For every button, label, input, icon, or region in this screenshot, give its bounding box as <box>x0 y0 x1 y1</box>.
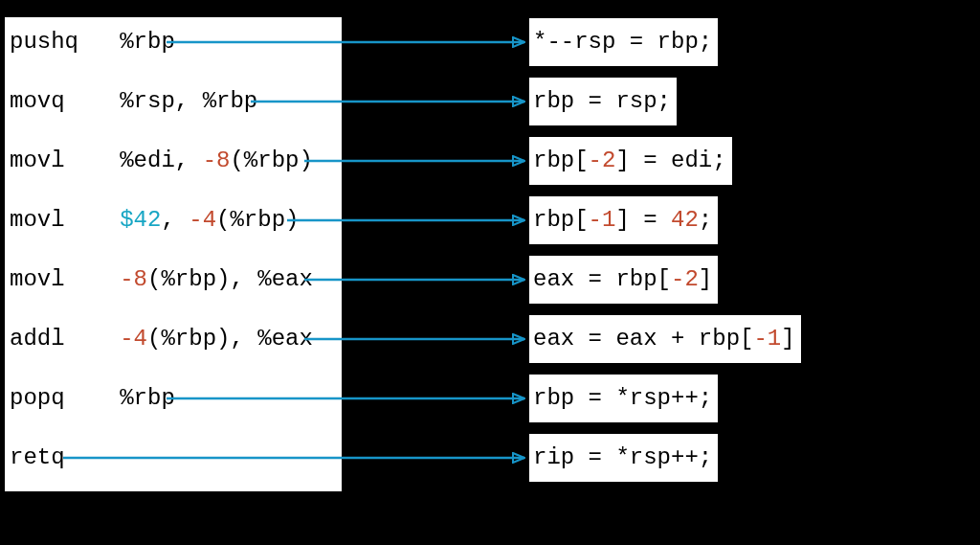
asm-line: pushq %rbp <box>10 31 175 54</box>
pseudoc-line: rbp[-2] = edi; <box>529 137 732 185</box>
pseudoc-line: rbp = *rsp++; <box>529 375 718 422</box>
diagram-stage: pushq %rbp*--rsp = rbp;movq %rsp, %rbprb… <box>0 0 980 545</box>
asm-line: addl -4(%rbp), %eax <box>10 328 313 351</box>
asm-line: movl $42, -4(%rbp) <box>10 209 299 232</box>
pseudoc-line: eax = eax + rbp[-1] <box>529 315 801 363</box>
pseudoc-line: rbp = rsp; <box>529 78 677 125</box>
pseudoc-line: eax = rbp[-2] <box>529 256 718 304</box>
asm-line: popq %rbp <box>10 387 175 410</box>
pseudoc-line: rip = *rsp++; <box>529 434 718 482</box>
asm-line: movq %rsp, %rbp <box>10 90 257 113</box>
pseudoc-line: rbp[-1] = 42; <box>529 196 718 244</box>
asm-line: movl -8(%rbp), %eax <box>10 268 313 291</box>
asm-line: movl %edi, -8(%rbp) <box>10 149 313 172</box>
asm-line: retq <box>10 446 65 469</box>
pseudoc-line: *--rsp = rbp; <box>529 18 718 66</box>
